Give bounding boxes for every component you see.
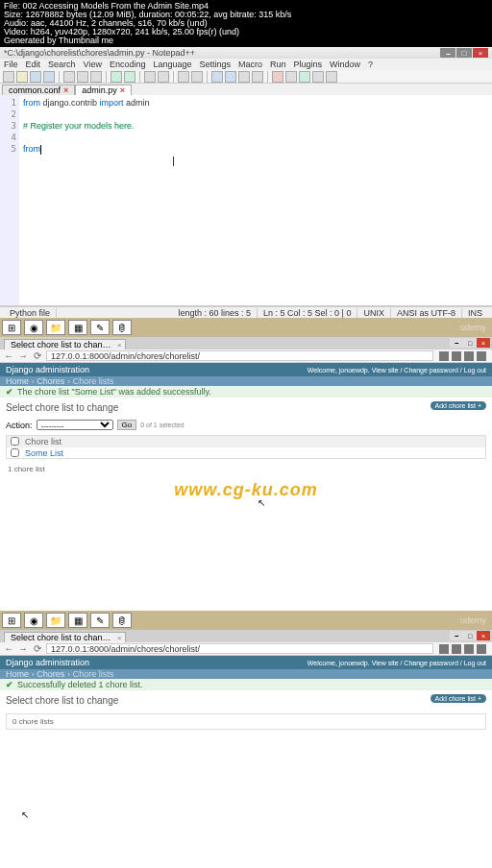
action-select[interactable]: --------- [37,420,113,430]
explorer-taskbar-icon[interactable]: 📁 [46,613,65,628]
add-chorelist-button[interactable]: Add chore list + [430,694,486,703]
menu-help[interactable]: ? [368,60,373,69]
close-icon[interactable]: × [117,341,122,350]
redo-icon[interactable] [124,71,135,83]
zoomin-icon[interactable] [178,71,189,83]
browser-tab[interactable]: Select chore list to chan…× [4,632,126,642]
add-chorelist-button[interactable]: Add chore list + [430,401,486,410]
savemacro-icon[interactable] [326,71,337,83]
chrome-tabstrip-1[interactable]: Select chore list to chan…× ‒ □ × [0,337,492,350]
extension-icon[interactable] [464,644,474,654]
undo-icon[interactable] [111,71,122,83]
notepadpp-menubar[interactable]: File Edit Search View Encoding Language … [0,59,492,70]
playmulti-icon[interactable] [312,71,324,83]
notepadpp-taskbar-icon[interactable]: ✎ [90,613,110,628]
cut-icon[interactable] [63,71,75,83]
user-links[interactable]: Welcome, jonoewdp. View site / Change pa… [308,367,486,374]
db-taskbar-icon[interactable]: 🛢 [112,613,132,628]
extension-icon[interactable] [452,644,461,654]
windows-taskbar-1[interactable]: ⊞ ◉ 📁 ▦ ✎ 🛢 udemy [0,318,492,337]
menu-edit[interactable]: Edit [26,60,41,69]
crumb-home[interactable]: Home [6,669,29,679]
menu-run[interactable]: Run [270,60,286,69]
back-button[interactable]: ← [3,643,14,655]
user-links[interactable]: Welcome, jonoewdp. View site / Change pa… [308,660,486,666]
windows-taskbar-2[interactable]: ⊞ ◉ 📁 ▦ ✎ 🛢 udemy [0,611,492,630]
extension-icon[interactable] [464,351,474,361]
menu-view[interactable]: View [84,60,102,69]
menu-encoding[interactable]: Encoding [110,60,146,69]
reload-button[interactable]: ⟳ [32,350,43,362]
extension-icon[interactable] [452,351,461,361]
col-header[interactable]: Chore list [25,437,62,446]
terminal-taskbar-icon[interactable]: ▦ [68,613,87,628]
menu-plugins[interactable]: Plugins [294,60,323,69]
select-all-checkbox[interactable] [11,437,19,446]
notepadpp-taskbar-icon[interactable]: ✎ [90,320,110,335]
db-taskbar-icon[interactable]: 🛢 [112,320,132,335]
allchars-icon[interactable] [225,71,236,83]
url-input[interactable]: 127.0.0.1:8000/admin/chores/chorelist/ [46,350,433,361]
chrome-tabstrip-2[interactable]: Select chore list to chan…× ‒ □ × [0,630,492,642]
new-icon[interactable] [3,71,14,83]
crumb-home[interactable]: Home [6,376,29,386]
close-icon[interactable]: × [117,634,122,642]
forward-button[interactable]: → [17,643,29,655]
close-icon[interactable]: × [63,85,68,95]
maximize-button[interactable]: □ [463,631,477,640]
extension-icon[interactable] [439,644,449,654]
menu-file[interactable]: File [4,60,18,69]
go-button[interactable]: Go [117,420,137,430]
indent-icon[interactable] [238,71,250,83]
menu-macro[interactable]: Macro [238,60,262,69]
code-area[interactable]: from django.contrib import admin # Regis… [19,95,492,305]
browser-tab[interactable]: Select chore list to chan…× [4,339,126,350]
row-checkbox[interactable] [11,448,19,457]
menu-icon[interactable] [477,644,486,654]
menu-icon[interactable] [477,351,486,361]
maximize-button[interactable]: □ [456,48,472,58]
forward-button[interactable]: → [17,350,29,362]
crumb-app[interactable]: Chores [37,669,64,679]
close-icon[interactable]: × [120,85,125,95]
editor-tab-common[interactable]: common.conf× [2,84,75,95]
open-icon[interactable] [16,71,28,83]
reload-button[interactable]: ⟳ [32,643,43,655]
folding-icon[interactable] [252,71,263,83]
minimize-button[interactable]: ‒ [440,48,455,58]
replace-icon[interactable] [158,71,169,83]
menu-settings[interactable]: Settings [200,60,232,69]
minimize-button[interactable]: ‒ [450,338,463,348]
menu-window[interactable]: Window [330,60,360,69]
extension-icon[interactable] [439,351,449,361]
explorer-taskbar-icon[interactable]: 📁 [46,320,65,335]
menu-language[interactable]: Language [153,60,191,69]
row-link[interactable]: Some List [25,448,63,458]
start-button[interactable]: ⊞ [2,320,21,335]
paste-icon[interactable] [90,71,102,83]
play-icon[interactable] [299,71,310,83]
find-icon[interactable] [144,71,156,83]
url-input[interactable]: 127.0.0.1:8000/admin/chores/chorelist/ [46,643,433,654]
wordwrap-icon[interactable] [211,71,223,83]
close-button[interactable]: × [477,338,490,348]
stop-icon[interactable] [285,71,297,83]
close-button[interactable]: × [477,631,490,640]
minimize-button[interactable]: ‒ [450,631,463,640]
zoomout-icon[interactable] [191,71,203,83]
editor-tab-admin[interactable]: admin.py× [75,84,132,95]
maximize-button[interactable]: □ [463,338,477,348]
record-icon[interactable] [272,71,283,83]
terminal-taskbar-icon[interactable]: ▦ [68,320,87,335]
menu-search[interactable]: Search [48,60,76,69]
notepadpp-titlebar[interactable]: *C:\django\chorelist\chores\admin.py - N… [0,47,492,59]
notepadpp-editor[interactable]: 12345 from django.contrib import admin #… [0,95,492,306]
back-button[interactable]: ← [3,350,14,362]
copy-icon[interactable] [77,71,88,83]
chrome-taskbar-icon[interactable]: ◉ [24,320,43,335]
close-button[interactable]: × [473,48,488,58]
saveall-icon[interactable] [43,71,55,83]
crumb-app[interactable]: Chores [37,376,64,386]
chrome-taskbar-icon[interactable]: ◉ [24,613,43,628]
save-icon[interactable] [30,71,41,83]
